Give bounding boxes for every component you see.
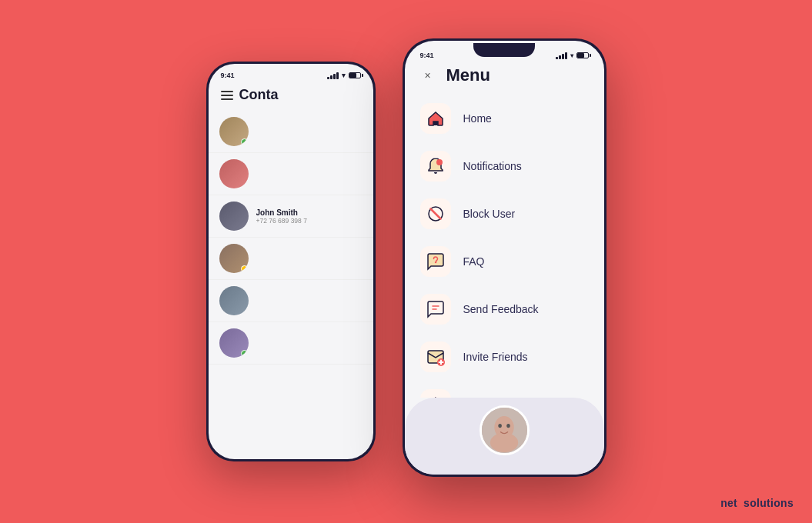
menu-item-notifications[interactable]: Notifications	[405, 142, 604, 190]
contact-item-4[interactable]	[209, 238, 373, 280]
menu-item-home[interactable]: Home	[405, 95, 604, 142]
feedback-icon-wrap	[420, 294, 451, 325]
menu-title: Menu	[446, 65, 490, 85]
feedback-icon	[426, 300, 445, 318]
menu-item-faq[interactable]: FAQ	[405, 238, 604, 285]
close-button[interactable]: ×	[420, 68, 436, 83]
menu-item-send-feedback[interactable]: Send Feedback	[405, 285, 604, 333]
back-status-bar: 9:41 ▾	[209, 64, 373, 82]
front-phone: 9:41 ▾ × Menu	[403, 38, 606, 477]
brand-right: solutions	[743, 497, 794, 509]
front-signal-icon	[556, 52, 567, 59]
avatar-4	[219, 244, 249, 273]
battery-icon	[349, 72, 361, 78]
avatar-5	[219, 286, 249, 315]
contact-list: John Smith +72 76 689 398 7	[209, 111, 373, 459]
back-time: 9:41	[221, 72, 235, 79]
back-header: Conta	[209, 82, 373, 111]
back-title: Conta	[239, 87, 279, 103]
invite-icon-wrap	[420, 341, 451, 372]
invite-friends-label: Invite Friends	[463, 351, 528, 363]
contact-item-5[interactable]	[209, 280, 373, 322]
avatar-3	[219, 202, 249, 231]
bell-icon-wrap	[420, 151, 451, 182]
brand-dot	[738, 502, 743, 507]
back-phone: 9:41 ▾ Conta	[206, 62, 376, 461]
front-battery-icon	[576, 52, 589, 58]
front-status-icons: ▾	[556, 52, 589, 59]
svg-point-1	[436, 159, 443, 165]
notch	[473, 43, 535, 57]
brand-left: net	[720, 497, 737, 509]
home-label: Home	[463, 112, 492, 125]
send-feedback-label: Send Feedback	[463, 303, 539, 315]
contact-info-3: John Smith +72 76 689 398 7	[256, 208, 363, 225]
menu-item-setting[interactable]: Setting	[405, 381, 604, 398]
faq-label: FAQ	[463, 255, 485, 268]
branding: netsolutions	[720, 497, 794, 509]
online-dot-1	[241, 138, 248, 145]
faq-icon-wrap	[420, 246, 451, 277]
svg-point-10	[490, 433, 517, 452]
front-time: 9:41	[420, 52, 434, 59]
avatar-2	[219, 159, 249, 188]
block-icon-wrap	[420, 198, 451, 229]
contact-item-3[interactable]: John Smith +72 76 689 398 7	[209, 195, 373, 238]
hamburger-icon[interactable]	[221, 91, 233, 100]
profile-face-svg	[482, 408, 527, 453]
invite-icon	[426, 348, 445, 366]
notifications-label: Notifications	[463, 160, 522, 172]
svg-rect-0	[433, 122, 438, 125]
menu-item-block-user[interactable]: Block User	[405, 190, 604, 238]
menu-list: Home Notifications	[405, 92, 604, 398]
contact-phone-3: +72 76 689 398 7	[256, 217, 363, 225]
profile-section	[405, 398, 604, 475]
home-icon	[426, 109, 445, 128]
front-wifi-icon: ▾	[570, 52, 573, 59]
settings-icon-wrap	[420, 389, 451, 398]
faq-icon	[426, 252, 445, 271]
profile-avatar[interactable]	[480, 405, 530, 455]
avatar-1	[219, 117, 249, 146]
back-status-icons: ▾	[327, 72, 361, 79]
block-user-label: Block User	[463, 208, 516, 220]
avatar-6	[219, 328, 249, 358]
online-dot-4	[241, 265, 248, 272]
contact-name-3: John Smith	[256, 208, 363, 217]
contact-item-1[interactable]	[209, 111, 373, 153]
svg-point-12	[506, 424, 510, 428]
bell-icon	[426, 157, 445, 175]
contact-item-2[interactable]	[209, 153, 373, 195]
svg-point-11	[498, 424, 502, 428]
menu-header: × Menu	[405, 62, 604, 92]
menu-item-invite-friends[interactable]: Invite Friends	[405, 333, 604, 381]
signal-icon	[327, 72, 339, 79]
contact-item-6[interactable]	[209, 322, 373, 365]
block-icon	[426, 205, 445, 223]
home-icon-wrap	[420, 103, 451, 134]
wifi-icon: ▾	[342, 72, 346, 79]
online-dot-6	[241, 350, 248, 357]
